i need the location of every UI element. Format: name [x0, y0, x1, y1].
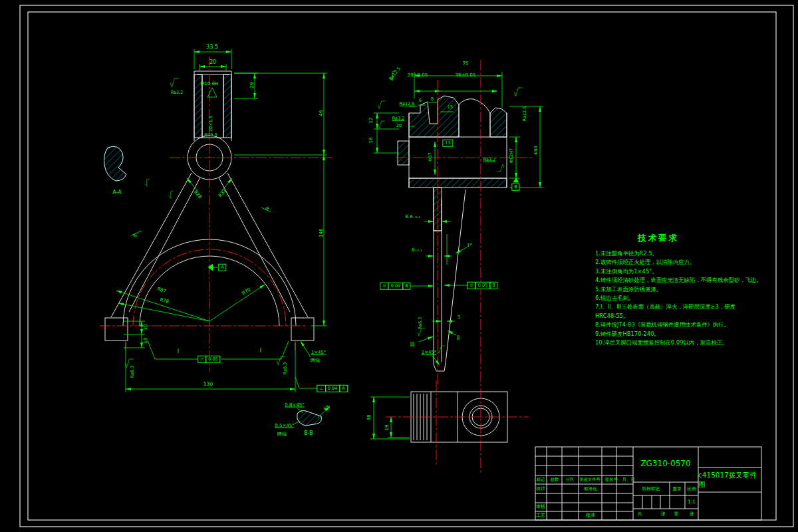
- titleblock-sheet-label-2: 第: [674, 512, 679, 517]
- roughness-leg: Ra6.3: [418, 317, 423, 330]
- titleblock-header-1: 处数: [551, 477, 559, 481]
- titleblock-design-label: 设计: [536, 487, 545, 491]
- tech-requirement-line: 3.未注倒角均为1×45°。: [595, 267, 762, 276]
- dim-drill: Φ15.5: [204, 133, 217, 138]
- tech-requirement-line: 4.铸件须经清砂处理，表面应光洁无缺陷，不得有残余型砂，飞边。: [595, 276, 762, 285]
- titleblock-process-label: 工艺: [536, 513, 545, 518]
- dim-step-12: 12: [369, 118, 374, 124]
- dim-fork-span: 130: [203, 382, 213, 387]
- detail-bb-section: [297, 411, 321, 426]
- note-chamfer-tip: 1×45°: [422, 350, 437, 355]
- dim-overall-height: 146: [319, 228, 324, 237]
- dim-leg-to-pin: 36±0.05: [456, 73, 475, 78]
- dim-face-to-leg: 28±0.05: [408, 73, 428, 78]
- titleblock-check-label: 审核: [536, 505, 545, 509]
- dim-boss-height: 46: [319, 110, 324, 116]
- tech-requirement-line: 8.铸件按JT4-83《装载机铸钢件通用技术条件》执行。: [595, 321, 762, 329]
- roughness-pad-left: Ra6.3: [130, 366, 135, 378]
- gdt-symmetry-right: ≡0.05B: [467, 282, 497, 289]
- note-chamfer-05: 0.5×45°: [275, 424, 294, 428]
- gdt-perpendicularity: ⊥0.04A: [317, 385, 348, 392]
- dim-leg-66: 6.6₋₀.₁: [406, 215, 421, 219]
- tech-requirements-title: 技术要求: [612, 233, 705, 244]
- titleblock-scale-label: 比例: [688, 487, 696, 491]
- section-label-aa: A-A: [112, 190, 121, 196]
- centerlines: [100, 57, 532, 473]
- titleblock-weight-label: 重量: [673, 487, 682, 491]
- tech-requirement-line: 9.铸件硬度HB170-240。: [595, 330, 762, 338]
- tech-requirement-line: 10.淬后叉脚口端面摆差控制在0.09以内，加温校正。: [595, 338, 762, 347]
- pin-lug-profile: [459, 99, 490, 137]
- side-section-view: [398, 96, 507, 371]
- dim-step-6: 6: [419, 98, 422, 103]
- dim-boss-top-height: 29: [250, 82, 255, 88]
- dim-leg-8: 8₋₀.₁: [412, 248, 422, 253]
- titleblock-sheet-label-3: 张: [690, 512, 694, 517]
- roughness-bore: Ra3.2: [483, 158, 496, 162]
- titleblock-header-5: 年、月、日: [614, 477, 634, 481]
- dim-tab-20: 20: [396, 124, 402, 128]
- titleblock-stage-label: 阶段标记: [642, 487, 660, 491]
- roughness-pad-right: Ra6.3: [283, 362, 288, 375]
- dim-pad-offset-lower: 10: [144, 338, 148, 344]
- dim-bore-62h7: Φ62H7: [509, 148, 514, 163]
- roughness-right: Ra12.5: [523, 106, 527, 122]
- tech-requirement-line: 7.I、II、III三处表面（高频）淬火，淬硬层深度≥3，硬度: [595, 303, 762, 311]
- dim-thread-minor: 20×1.5: [209, 116, 213, 132]
- tech-requirement-line: 1.未注圆角半径为R2.5。: [595, 249, 762, 258]
- roughness-boss: Ra3.2: [171, 90, 184, 95]
- tech-requirement-line: 5.未加工表面涂防锈底漆。: [595, 285, 762, 294]
- section-label-bb: B-B: [304, 431, 313, 436]
- cad-drawing-canvas: 技术要求 1.未注圆角半径为R2.5。2.该铸件须经正火处理，以消除内应力。3.…: [0, 0, 798, 532]
- datum-b: B: [512, 184, 519, 191]
- titleblock-drawing-title: c415017拨叉零件图: [698, 467, 761, 492]
- roughness-top-mid: Ra12.5: [400, 102, 415, 106]
- dim-step-15: 15: [448, 105, 453, 110]
- titleblock-sheet-label-0: 共: [638, 512, 642, 517]
- note-chamfer-pads: 1×45°: [311, 350, 327, 355]
- titleblock-header-0: 标记: [537, 477, 545, 481]
- datum-a: A: [219, 264, 226, 271]
- note-chamfer-08: 0.8×45°: [285, 403, 304, 408]
- dim-hub-od-90: Φ90: [534, 146, 539, 154]
- detail-aa-section: [104, 146, 126, 181]
- roughness-left-face: Ra3.2: [392, 116, 405, 121]
- dimension-lines: [116, 49, 543, 439]
- dim-pad-offset-upper: 10: [144, 325, 148, 331]
- dim-boss-outer-width: 33.5: [206, 45, 218, 50]
- gdt-flatness: ▱0.05: [198, 356, 220, 363]
- dim-hub-width: 75: [462, 61, 469, 66]
- dim-step-8: 8: [431, 97, 434, 102]
- titleblock-scale-value: 1:1: [688, 499, 696, 505]
- titleblock-material-code: ZG310-0570: [633, 447, 698, 480]
- tech-requirement-line: 2.该铸件须经正火处理，以消除内应力。: [595, 258, 762, 267]
- dim-pad-19: 19: [385, 425, 390, 431]
- tech-requirement-line: 6.锐边去毛刺。: [595, 294, 762, 303]
- titleblock-header-4: 签名: [605, 477, 614, 481]
- titleblock-approve-label: 批准: [586, 513, 595, 518]
- note-chamfer-pads-ends: 两端: [311, 358, 320, 363]
- titleblock-header-2: 分区: [566, 477, 575, 481]
- surface-mark-i-right: I: [260, 348, 261, 354]
- dim-bore-57: Φ57: [428, 152, 433, 161]
- dim-step-18: 18: [369, 138, 374, 144]
- titleblock-sheet-label-1: 张: [661, 512, 666, 517]
- note-chamfer-05-ends: 两端: [277, 432, 287, 437]
- dim-boxed-13: 13: [443, 140, 453, 147]
- dim-thread-callout: M10-6H: [200, 82, 218, 86]
- dim-tip-3: 3: [458, 315, 460, 320]
- surface-mark-i-left: I: [178, 349, 179, 354]
- titleblock-standardization-label: 标准化: [584, 487, 597, 491]
- dim-boss-counterbore: 20: [209, 60, 216, 65]
- surface-mark-iii: III: [410, 342, 414, 346]
- gdt-symmetry-left: ≡0.09B: [380, 283, 410, 290]
- titleblock-header-3: 更改文件号: [579, 477, 600, 481]
- dim-draft-angle: 1°: [467, 243, 472, 248]
- surface-mark-ii: II: [457, 335, 460, 340]
- tech-requirements-list: 1.未注圆角半径为R2.5。2.该铸件须经正火处理，以消除内应力。3.未注倒角均…: [595, 249, 762, 347]
- dim-pad-38: 38: [367, 415, 372, 421]
- tech-requirement-line: HRC48-55。: [595, 312, 762, 321]
